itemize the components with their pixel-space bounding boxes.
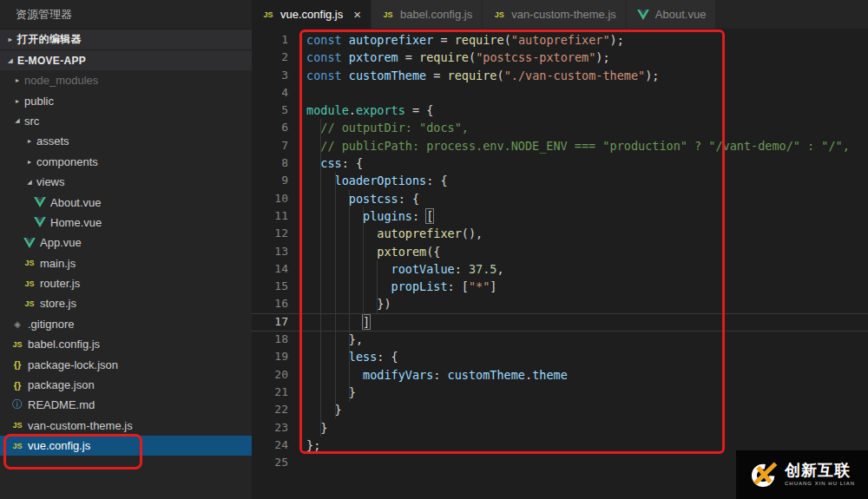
code-line[interactable]: 11 plugins: [	[252, 207, 868, 225]
code-line[interactable]: 22 }	[252, 401, 868, 418]
code-text: pxtorem({	[288, 243, 440, 260]
line-number: 23	[252, 419, 288, 437]
watermark-subtext: CHUANG XIN HU LIAN	[785, 481, 855, 486]
tree-item-router-js[interactable]: JSrouter.js	[0, 273, 252, 293]
code-line[interactable]: 5module.exports = {	[252, 102, 868, 119]
vue-file-icon	[33, 197, 47, 207]
code-line[interactable]: 13 pxtorem({	[252, 243, 868, 260]
js-file-icon: JS	[381, 10, 395, 19]
code-text: modifyVars: customTheme.theme	[288, 366, 568, 384]
editor-surface[interactable]: 1const autoprefixer = require("autoprefi…	[252, 29, 868, 499]
tree-item-babel-config-js[interactable]: JSbabel.config.js	[0, 334, 252, 354]
code-line[interactable]: 14 rootValue: 37.5,	[252, 260, 868, 278]
code-line[interactable]: 10 postcss: {	[252, 190, 868, 207]
line-number: 13	[252, 243, 288, 260]
code-text: // outputDir: "docs",	[288, 119, 469, 136]
tree-item-vue-config-js[interactable]: JSvue.config.js	[0, 436, 252, 456]
tree-item-src[interactable]: ◢src	[0, 111, 252, 131]
tab-about-vue[interactable]: About.vue	[627, 0, 716, 29]
tree-item-components[interactable]: ▸components	[0, 152, 252, 172]
line-number: 16	[252, 295, 288, 312]
code-line[interactable]: 21 }	[252, 384, 868, 401]
code-line[interactable]: 12 autoprefixer(),	[252, 225, 868, 242]
js-file-icon: JS	[492, 10, 506, 19]
js-file-icon: JS	[23, 299, 36, 308]
chevron-right-icon: ▸	[23, 158, 36, 166]
line-number: 19	[252, 348, 288, 365]
code-line[interactable]: 7 // publicPath: process.env.NODE_ENV ==…	[252, 137, 868, 154]
line-number: 11	[252, 207, 288, 225]
code-line[interactable]: 9 loaderOptions: {	[252, 172, 868, 189]
tree-item-label: App.vue	[40, 236, 82, 249]
chevron-right-icon: ▸	[10, 76, 24, 84]
close-icon[interactable]: ×	[353, 8, 361, 21]
code-text: css: {	[288, 154, 363, 172]
code-text: less: {	[288, 348, 398, 365]
tab-bar: JSvue.config.js×JSbabel.config.jsJSvan-c…	[252, 0, 868, 29]
code-line[interactable]: 19 less: {	[252, 348, 868, 365]
code-line[interactable]: 23 }	[252, 419, 868, 437]
code-line[interactable]: 3const customTheme = require("./van-cust…	[252, 67, 868, 84]
tree-item-node-modules[interactable]: ▸node_modules	[0, 70, 252, 90]
tab-label: van-custom-theme.js	[511, 8, 616, 21]
js-file-icon: JS	[10, 442, 24, 450]
tree-item-label: components	[36, 155, 98, 168]
tree-item-readme-md[interactable]: ⓘREADME.md	[0, 395, 252, 415]
section-project-root[interactable]: ◢ E-MOVE-APP	[0, 49, 252, 70]
tree-item-label: babel.config.js	[28, 338, 100, 351]
js-file-icon: JS	[10, 340, 24, 349]
explorer-sidebar: 资源管理器 ▸ 打开的编辑器 ◢ E-MOVE-APP ▸node_module…	[0, 0, 252, 499]
tab-vue-config-js[interactable]: JSvue.config.js×	[252, 0, 371, 29]
line-number: 10	[252, 190, 288, 207]
code-line[interactable]: 17 ]	[252, 313, 868, 331]
tab-van-custom-theme-js[interactable]: JSvan-custom-theme.js	[483, 0, 626, 29]
tree-item-label: package-lock.json	[28, 358, 118, 371]
code-text: const customTheme = require("./van-custo…	[288, 67, 659, 84]
tree-item-van-custom-theme-js[interactable]: JSvan-custom-theme.js	[0, 416, 252, 436]
tree-item-app-vue[interactable]: App.vue	[0, 233, 252, 253]
line-number: 9	[252, 172, 288, 189]
chevron-down-icon: ◢	[3, 57, 17, 64]
tree-item-store-js[interactable]: JSstore.js	[0, 293, 252, 313]
editor-area: JSvue.config.js×JSbabel.config.jsJSvan-c…	[252, 0, 868, 499]
file-tree: ▸node_modules▸public◢src▸assets▸componen…	[0, 70, 252, 499]
section-open-editors[interactable]: ▸ 打开的编辑器	[0, 29, 252, 49]
tree-item-label: views	[36, 175, 65, 188]
tree-item-package-lock-json[interactable]: {}package-lock.json	[0, 354, 252, 374]
code-text: };	[288, 437, 320, 454]
code-text: }	[288, 401, 342, 418]
code-text: const pxtorem = require("postcss-pxtorem…	[288, 49, 610, 66]
watermark: 创新互联 CHUANG XIN HU LIAN	[736, 450, 868, 499]
tree-item-label: .gitignore	[28, 318, 74, 331]
code-text: plugins: [	[288, 207, 433, 225]
tree-item-assets[interactable]: ▸assets	[0, 131, 252, 151]
code-line[interactable]: 16 })	[252, 295, 868, 312]
js-file-icon: JS	[10, 421, 24, 430]
tree-item-about-vue[interactable]: About.vue	[0, 192, 252, 212]
tree-item-label: main.js	[40, 257, 76, 270]
tree-item-views[interactable]: ◢views	[0, 172, 252, 192]
tree-item-label: README.md	[28, 398, 95, 411]
tree-item-home-vue[interactable]: Home.vue	[0, 213, 252, 233]
tree-item-label: About.vue	[50, 196, 102, 209]
code-line[interactable]: 18 },	[252, 331, 868, 348]
code-line[interactable]: 15 propList: ["*"]	[252, 278, 868, 295]
line-number: 1	[252, 31, 288, 49]
tab-babel-config-js[interactable]: JSbabel.config.js	[372, 0, 482, 29]
code-line[interactable]: 8 css: {	[252, 154, 868, 172]
code-line[interactable]: 20 modifyVars: customTheme.theme	[252, 366, 868, 384]
code-line[interactable]: 4	[252, 84, 868, 102]
code-line[interactable]: 1const autoprefixer = require("autoprefi…	[252, 31, 868, 49]
line-number: 4	[252, 84, 288, 102]
code-lines: 1const autoprefixer = require("autoprefi…	[252, 31, 868, 471]
code-text: const autoprefixer = require("autoprefix…	[288, 31, 624, 49]
code-line[interactable]: 2const pxtorem = require("postcss-pxtore…	[252, 49, 868, 66]
tree-item-public[interactable]: ▸public	[0, 90, 252, 110]
code-line[interactable]: 6 // outputDir: "docs",	[252, 119, 868, 136]
code-text	[288, 84, 306, 102]
tree-item-package-json[interactable]: {}package.json	[0, 375, 252, 395]
vue-file-icon	[636, 10, 650, 20]
tree-item-main-js[interactable]: JSmain.js	[0, 253, 252, 273]
json-file-icon: {}	[10, 380, 24, 391]
tree-item-gitignore[interactable]: ◈.gitignore	[0, 314, 252, 334]
